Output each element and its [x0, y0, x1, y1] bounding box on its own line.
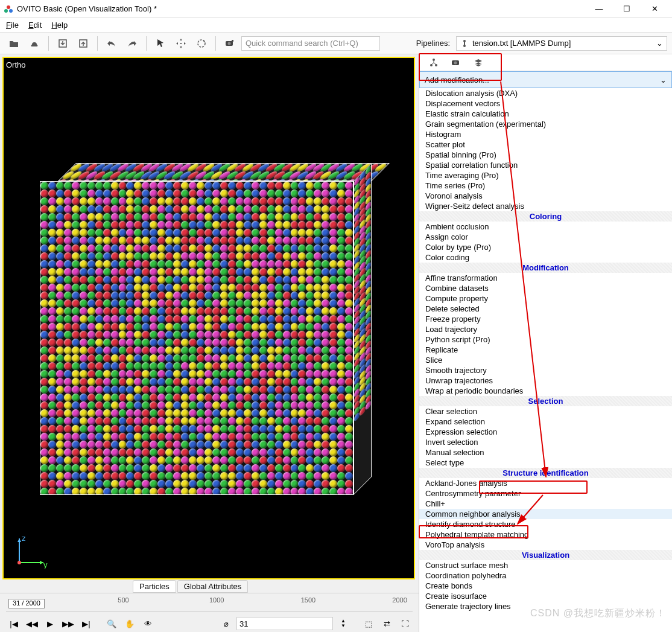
- chevron-down-icon: ⌄: [656, 39, 663, 48]
- pan-icon[interactable]: ✋: [122, 616, 138, 631]
- mod-item[interactable]: Voronoi analysis: [419, 191, 672, 201]
- rotate-tool-icon[interactable]: [192, 35, 211, 52]
- open-file-icon[interactable]: [5, 35, 23, 52]
- menu-edit[interactable]: Edit: [28, 21, 42, 30]
- mod-item[interactable]: Elastic strain calculation: [419, 109, 672, 119]
- mod-item[interactable]: Grain segmentation (experimental): [419, 119, 672, 129]
- menu-file[interactable]: File: [6, 21, 19, 30]
- box-icon[interactable]: ⬚: [361, 616, 376, 631]
- mod-item[interactable]: Spatial binning (Pro): [419, 150, 672, 160]
- mod-item[interactable]: Ambient occlusion: [419, 222, 672, 232]
- mod-item[interactable]: Time series (Pro): [419, 180, 672, 191]
- mod-item[interactable]: Freeze property: [419, 314, 672, 324]
- mod-group-header: Coloring: [419, 211, 672, 222]
- mod-item[interactable]: Histogram: [419, 129, 672, 139]
- mod-item[interactable]: Common neighbor analysis: [419, 509, 672, 519]
- menu-help[interactable]: Help: [51, 21, 68, 30]
- mod-item[interactable]: Load trajectory: [419, 324, 672, 334]
- save-state-icon[interactable]: [54, 35, 72, 52]
- timeline[interactable]: 31 / 2000 500100015002000: [0, 593, 419, 615]
- mod-item[interactable]: Clear selection: [419, 406, 672, 417]
- mod-item[interactable]: Wrap at periodic boundaries: [419, 386, 672, 396]
- mod-item[interactable]: Identify diamond structure: [419, 519, 672, 529]
- add-modification-dropdown[interactable]: Add modification... ⌄: [419, 71, 672, 88]
- mod-item[interactable]: VoroTop analysis: [419, 540, 672, 550]
- timeline-handle[interactable]: 31 / 2000: [8, 599, 45, 608]
- mod-item[interactable]: Scatter plot: [419, 139, 672, 150]
- mod-item[interactable]: Manual selection: [419, 447, 672, 458]
- zoom-icon[interactable]: 🔍: [104, 616, 119, 631]
- pointer-tool-icon[interactable]: [151, 35, 170, 52]
- download-remote-icon[interactable]: [25, 35, 43, 52]
- skip-last-icon[interactable]: ▶|: [78, 616, 94, 631]
- watermark: CSDN @我想吃新疆炒米粉！: [530, 607, 666, 620]
- mod-item[interactable]: Select type: [419, 458, 672, 468]
- mod-item[interactable]: Smooth trajectory: [419, 365, 672, 375]
- pipeline-selector[interactable]: tension.txt [LAMMPS Dump] ⌄: [456, 36, 667, 51]
- mod-item[interactable]: Affine transformation: [419, 273, 672, 283]
- modification-list[interactable]: Dislocation analysis (DXA)Displacement v…: [419, 88, 672, 632]
- mod-item[interactable]: Displacement vectors: [419, 98, 672, 109]
- mod-item[interactable]: Dislocation analysis (DXA): [419, 88, 672, 98]
- step-back-icon[interactable]: ◀◀: [24, 616, 40, 631]
- quick-search-input[interactable]: Quick command search (Ctrl+Q): [241, 36, 380, 51]
- arrows-icon[interactable]: ⇄: [379, 616, 395, 631]
- step-forward-icon[interactable]: ▶▶: [60, 616, 76, 631]
- spinner-buttons[interactable]: ▲▼: [335, 616, 351, 631]
- pipeline-icon: [460, 39, 469, 48]
- pipeline-name: tension.txt [LAMMPS Dump]: [472, 39, 653, 48]
- mod-item[interactable]: Invert selection: [419, 437, 672, 447]
- mod-item[interactable]: Time averaging (Pro): [419, 170, 672, 180]
- mod-item[interactable]: Wigner-Seitz defect analysis: [419, 201, 672, 211]
- expand-icon[interactable]: ⛶: [397, 616, 413, 631]
- mod-item[interactable]: Delete selected: [419, 304, 672, 314]
- tab-particles[interactable]: Particles: [133, 580, 176, 593]
- playback-bar: |◀ ◀◀ ▶ ▶▶ ▶| 🔍 ✋ 👁 ⌀ ▲▼ ⬚ ⇄ ⛶: [0, 615, 419, 632]
- mod-item[interactable]: Chill+: [419, 499, 672, 509]
- maximize-button[interactable]: ☐: [613, 0, 641, 18]
- key-icon[interactable]: ⌀: [218, 616, 234, 631]
- mod-item[interactable]: Expression selection: [419, 427, 672, 437]
- mod-item[interactable]: Ackland-Jones analysis: [419, 478, 672, 488]
- pipeline-panel: Add modification... ⌄ Dislocation analys…: [419, 54, 672, 632]
- undo-icon[interactable]: [103, 35, 121, 52]
- move-tool-icon[interactable]: [172, 35, 190, 52]
- mod-item[interactable]: Expand selection: [419, 417, 672, 427]
- play-icon[interactable]: ▶: [42, 616, 58, 631]
- mod-item[interactable]: Python script (Pro): [419, 334, 672, 345]
- overlay-tab-icon[interactable]: [474, 58, 483, 68]
- svg-point-14: [17, 561, 21, 564]
- mod-item[interactable]: Color coding: [419, 252, 672, 263]
- close-button[interactable]: ✕: [641, 0, 668, 18]
- chevron-down-icon: ⌄: [660, 75, 667, 85]
- mod-item[interactable]: Centrosymmetry parameter: [419, 488, 672, 499]
- mod-item[interactable]: Replicate: [419, 345, 672, 355]
- skip-first-icon[interactable]: |◀: [6, 616, 22, 631]
- frame-input[interactable]: [236, 617, 333, 630]
- minimize-button[interactable]: ―: [585, 0, 613, 18]
- axis-y-label: y: [43, 560, 48, 569]
- mod-item[interactable]: Combine datasets: [419, 283, 672, 293]
- mod-item[interactable]: Create bonds: [419, 581, 672, 591]
- mod-item[interactable]: Polyhedral template matching: [419, 529, 672, 540]
- eye-icon[interactable]: 👁: [140, 616, 156, 631]
- svg-rect-11: [464, 42, 465, 45]
- mod-item[interactable]: Assign color: [419, 232, 672, 242]
- viewport[interactable]: Ortho z y: [2, 57, 415, 579]
- mod-item[interactable]: Construct surface mesh: [419, 560, 672, 570]
- mod-item[interactable]: Spatial correlation function: [419, 160, 672, 170]
- pipeline-tab-icon[interactable]: [429, 58, 439, 68]
- svg-rect-8: [232, 40, 233, 42]
- mod-item[interactable]: Coordination polyhedra: [419, 570, 672, 581]
- redo-icon[interactable]: [123, 35, 141, 52]
- mod-item[interactable]: Create isosurface: [419, 591, 672, 601]
- render-tab-icon[interactable]: [451, 59, 461, 67]
- mod-item[interactable]: Color by type (Pro): [419, 242, 672, 252]
- tab-global-attributes[interactable]: Global Attributes: [177, 580, 248, 593]
- mod-item[interactable]: Slice: [419, 355, 672, 365]
- render-icon[interactable]: [221, 35, 239, 52]
- mod-item[interactable]: Compute property: [419, 293, 672, 304]
- mod-item[interactable]: Unwrap trajectories: [419, 375, 672, 386]
- app-logo-icon: [4, 4, 13, 14]
- load-state-icon[interactable]: [74, 35, 92, 52]
